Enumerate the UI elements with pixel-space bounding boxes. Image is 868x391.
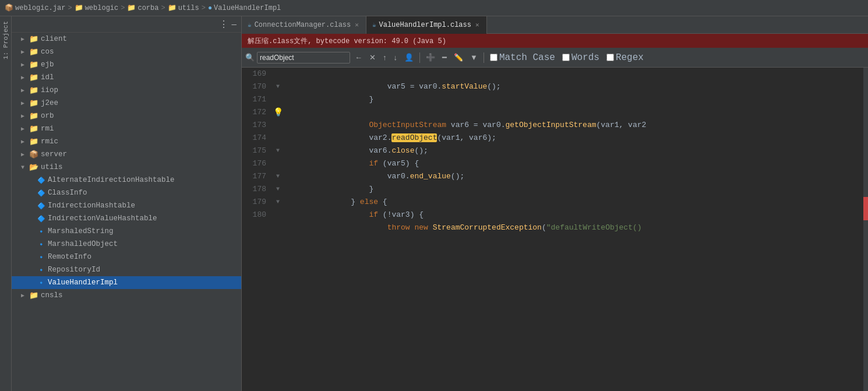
tree-label-cnsls: cnsls bbox=[41, 291, 63, 300]
search-clear-btn[interactable]: ✕ bbox=[367, 52, 378, 63]
tree-label-ri: RemoteInfo bbox=[48, 253, 91, 261]
sidebar-tree: ▶ 📁 client ▶ 📁 cos ▶ 📁 ejb ▶ 📁 idl bbox=[12, 33, 241, 391]
sidebar-more-icon[interactable]: ⋮ bbox=[219, 19, 228, 30]
tree-arrow-client: ▶ bbox=[21, 36, 29, 43]
search-replace-btn[interactable]: ✏️ bbox=[451, 52, 465, 63]
tree-arrow-cos: ▶ bbox=[21, 48, 29, 55]
folder-icon-j2ee: 📁 bbox=[29, 98, 38, 108]
sidebar-item-cos[interactable]: ▶ 📁 cos bbox=[12, 45, 241, 58]
code-editor[interactable]: 169 170 171 172 173 174 175 176 177 178 … bbox=[242, 68, 868, 391]
search-find-usages-btn[interactable]: 👤 bbox=[402, 52, 416, 63]
bulb-172[interactable]: 💡 bbox=[273, 106, 283, 119]
search-add-btn[interactable]: ➕ bbox=[424, 52, 437, 63]
tab-close-vhi[interactable]: ✕ bbox=[474, 20, 481, 29]
sidebar-item-indirection-value-hashtable[interactable]: 🔷 IndirectionValueHashtable bbox=[12, 212, 241, 225]
search-next-down-btn[interactable]: ↓ bbox=[391, 52, 400, 63]
folder-icon-cos: 📁 bbox=[29, 47, 38, 57]
fold-170[interactable]: ▼ bbox=[276, 80, 280, 93]
sidebar-item-idl[interactable]: ▶ 📁 idl bbox=[12, 71, 241, 84]
folder-icon-idl: 📁 bbox=[29, 73, 38, 82]
code-line-169: var5 = var0.startValue(); bbox=[287, 68, 852, 80]
tree-arrow-cnsls: ▶ bbox=[21, 292, 29, 299]
sidebar-item-j2ee[interactable]: ▶ 📁 j2ee bbox=[12, 97, 241, 110]
tree-label-mo: MarshalledObject bbox=[48, 240, 118, 248]
sidebar-item-rmi[interactable]: ▶ 📁 rmi bbox=[12, 122, 241, 135]
sidebar-item-remote-info[interactable]: 🔹 RemoteInfo bbox=[12, 251, 241, 263]
search-next-up-btn[interactable]: ↑ bbox=[380, 52, 389, 63]
project-tab-label[interactable]: 1: Project bbox=[2, 19, 9, 62]
folder-icon-cnsls: 📁 bbox=[29, 291, 38, 300]
regex-option[interactable]: Regex bbox=[604, 51, 646, 64]
sidebar-item-orb[interactable]: ▶ 📁 orb bbox=[12, 110, 241, 122]
folder-icon-ejb: 📁 bbox=[29, 60, 38, 69]
regex-checkbox[interactable] bbox=[606, 54, 614, 61]
sidebar-item-rmic[interactable]: ▶ 📁 rmic bbox=[12, 135, 241, 148]
sidebar-item-server[interactable]: ▶ 📦 server bbox=[12, 148, 241, 161]
sidebar-item-marshaled-string[interactable]: 🔹 MarshaledString bbox=[12, 225, 241, 238]
sidebar-item-marshalled-object[interactable]: 🔹 MarshalledObject bbox=[12, 238, 241, 251]
line-num-180: 180 bbox=[246, 209, 266, 221]
regex-label: Regex bbox=[616, 52, 644, 63]
sidebar-item-alternate-indirection[interactable]: 🔷 AlternateIndirectionHashtable bbox=[12, 174, 241, 186]
gutter-176 bbox=[271, 157, 285, 170]
sidebar-item-utils[interactable]: ▼ 📂 utils bbox=[12, 161, 241, 174]
gutter-172: 💡 bbox=[271, 106, 285, 119]
tab-close-cm[interactable]: ✕ bbox=[354, 20, 360, 29]
search-prev-btn[interactable]: ← bbox=[352, 52, 365, 63]
gutter-175: ▼ bbox=[271, 145, 285, 157]
tree-label-cos: cos bbox=[41, 48, 54, 56]
file-icon-ai: 🔷 bbox=[37, 177, 45, 184]
breadcrumb-file-icon: ● bbox=[208, 4, 212, 12]
search-input-wrap bbox=[257, 52, 350, 64]
fold-178[interactable]: ▼ bbox=[276, 183, 280, 196]
sidebar-item-value-handler-impl[interactable]: 🔹 ValueHandlerImpl bbox=[12, 276, 241, 289]
breadcrumb-item-corba[interactable]: corba bbox=[137, 4, 158, 12]
tab-icon-cm: ☕ bbox=[248, 21, 252, 29]
sidebar-item-cnsls[interactable]: ▶ 📁 cnsls bbox=[12, 289, 241, 302]
folder-icon-utils: 📂 bbox=[29, 163, 38, 172]
breadcrumb-folder-icon-1: 📁 bbox=[75, 3, 83, 12]
sidebar-actions: ⋮ — bbox=[219, 19, 237, 30]
match-case-checkbox[interactable] bbox=[490, 54, 497, 61]
fold-177[interactable]: ▼ bbox=[276, 170, 280, 183]
search-minus-btn[interactable]: ━ bbox=[440, 52, 449, 63]
words-option[interactable]: Words bbox=[560, 51, 602, 64]
search-filter-btn[interactable]: ▼ bbox=[468, 52, 480, 63]
breadcrumb-item-file[interactable]: ValueHandlerImpl bbox=[214, 4, 281, 12]
line-num-178: 178 bbox=[246, 183, 266, 196]
sidebar-item-repository-id[interactable]: 🔹 RepositoryId bbox=[12, 263, 241, 276]
search-input[interactable] bbox=[260, 54, 318, 62]
tab-connection-manager[interactable]: ☕ ConnectionManager.class ✕ bbox=[242, 16, 366, 34]
match-case-option[interactable]: Match Case bbox=[488, 51, 558, 64]
sidebar-close-icon[interactable]: — bbox=[232, 20, 237, 29]
sidebar: ⋮ — ▶ 📁 client ▶ 📁 cos ▶ 📁 ejb bbox=[12, 16, 242, 391]
tree-label-utils: utils bbox=[41, 163, 63, 171]
search-divider-2 bbox=[484, 52, 484, 63]
fold-179[interactable]: ▼ bbox=[276, 196, 280, 209]
sidebar-item-ejb[interactable]: ▶ 📁 ejb bbox=[12, 58, 241, 71]
folder-icon-orb: 📁 bbox=[29, 111, 38, 121]
tree-arrow-ejb: ▶ bbox=[21, 61, 29, 68]
fold-175[interactable]: ▼ bbox=[276, 145, 280, 157]
file-icon-classinfo: 🔷 bbox=[37, 189, 45, 197]
folder-icon-rmi: 📁 bbox=[29, 124, 38, 133]
breadcrumb-folder-icon-2: 📁 bbox=[127, 3, 136, 12]
sidebar-item-iiop[interactable]: ▶ 📁 iiop bbox=[12, 84, 241, 97]
line-num-169: 169 bbox=[246, 68, 266, 80]
tree-arrow-rmi: ▶ bbox=[21, 125, 29, 132]
file-icon-ih: 🔷 bbox=[37, 202, 45, 210]
breadcrumb-item-utils[interactable]: utils bbox=[178, 4, 199, 12]
breadcrumb-item-jar[interactable]: weblogic.jar bbox=[15, 4, 65, 12]
file-icon-ri: 🔹 bbox=[37, 253, 45, 261]
tab-value-handler-impl[interactable]: ☕ ValueHandlerImpl.class ✕ bbox=[366, 16, 487, 34]
sidebar-item-indirection-hashtable[interactable]: 🔷 IndirectionHashtable bbox=[12, 199, 241, 212]
folder-icon-rmic: 📁 bbox=[29, 137, 38, 146]
folder-icon-server: 📦 bbox=[29, 150, 38, 159]
breadcrumb-folder-icon-3: 📁 bbox=[168, 3, 177, 12]
scroll-thumb bbox=[863, 197, 868, 220]
sidebar-item-classinfo[interactable]: 🔷 ClassInfo bbox=[12, 186, 241, 199]
sidebar-item-client[interactable]: ▶ 📁 client bbox=[12, 33, 241, 45]
breadcrumb-item-weblogic[interactable]: weblogic bbox=[85, 4, 119, 12]
match-case-label: Match Case bbox=[499, 52, 555, 63]
words-checkbox[interactable] bbox=[562, 54, 570, 61]
